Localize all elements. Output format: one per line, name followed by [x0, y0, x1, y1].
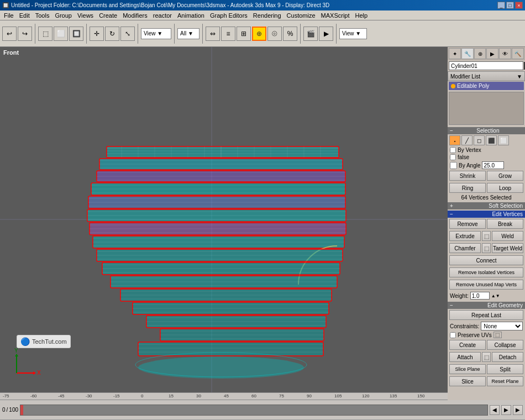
menu-tools[interactable]: Tools	[33, 12, 53, 19]
scale-button[interactable]: ⤡	[120, 27, 135, 41]
slice-plane-button[interactable]: Slice Plane	[449, 364, 486, 374]
menu-help[interactable]: Help	[353, 12, 371, 19]
split-button[interactable]: Split	[487, 364, 523, 374]
rotate-button[interactable]: ↻	[105, 27, 119, 41]
extrude-button[interactable]: Extrude	[449, 231, 481, 241]
remove-unused-button[interactable]: Remove Unused Map Verts	[449, 280, 523, 290]
menu-reactor[interactable]: reactor	[150, 12, 175, 19]
attach-detach-row: Attach ⬚ Detach	[448, 351, 525, 363]
menu-group[interactable]: Group	[52, 12, 75, 19]
snap-toggle-button[interactable]: ⊕	[252, 27, 266, 41]
view-shading-dropdown[interactable]: View ▼	[339, 28, 367, 39]
menu-create[interactable]: Create	[96, 12, 120, 19]
remove-button[interactable]: Remove	[449, 219, 486, 229]
break-button[interactable]: Break	[487, 219, 523, 229]
by-vertex-checkbox[interactable]	[450, 147, 456, 153]
slice-button[interactable]: Slice	[449, 376, 486, 386]
remove-isolated-button[interactable]: Remove Isolated Vertices	[449, 267, 523, 277]
object-name-input[interactable]	[449, 61, 523, 70]
menu-edit[interactable]: Edit	[17, 12, 33, 19]
ruler-mark-4: -15	[113, 393, 120, 398]
timeline-arrow-right[interactable]: ▶	[513, 405, 523, 415]
utilities-tab[interactable]: 🔨	[512, 48, 524, 59]
select-object-button[interactable]: 🔲	[69, 27, 83, 41]
timeline-play[interactable]: ▶	[501, 405, 511, 415]
edit-vertices-header[interactable]: − Edit Vertices	[448, 211, 525, 218]
menu-animation[interactable]: Animation	[175, 12, 207, 19]
vertex-mode-button[interactable]: ⬩	[449, 135, 460, 145]
menu-file[interactable]: File	[1, 12, 17, 19]
modifier-item-editable-poly[interactable]: Editable Poly	[449, 82, 524, 90]
attach-settings-button[interactable]: ⬚	[482, 352, 491, 362]
target-weld-button[interactable]: Target Weld	[492, 243, 523, 253]
menu-graph-editors[interactable]: Graph Editors	[207, 12, 250, 19]
align-button[interactable]: ≡	[221, 27, 235, 41]
angle-snap-button[interactable]: ⦾	[267, 27, 282, 41]
weight-spinner-up[interactable]: ▲▼	[491, 293, 500, 298]
menu-rendering[interactable]: Rendering	[250, 12, 284, 19]
chamfer-button[interactable]: Chamfer	[449, 243, 481, 253]
maximize-button[interactable]: □	[506, 2, 514, 9]
extrude-settings-button[interactable]: ⬚	[482, 231, 491, 241]
border-mode-button[interactable]: ◻	[474, 135, 485, 145]
reset-plane-button[interactable]: Reset Plane	[487, 376, 523, 386]
ring-button[interactable]: Ring	[449, 183, 486, 193]
menu-views[interactable]: Views	[75, 12, 96, 19]
preserve-uvs-settings[interactable]: ⬚	[494, 332, 502, 338]
ruler-mark-3: -30	[86, 393, 92, 398]
menu-customize[interactable]: Customize	[284, 12, 318, 19]
select-button[interactable]: ⬚	[38, 27, 53, 41]
motion-tab[interactable]: ▶	[486, 48, 498, 59]
display-tab[interactable]: 👁	[499, 48, 511, 59]
attach-button[interactable]: Attach	[449, 352, 481, 362]
chamfer-settings-button[interactable]: ⬚	[482, 243, 491, 253]
ruler-mark-9: 60	[251, 393, 256, 398]
weld-button[interactable]: Weld	[492, 231, 523, 241]
redo-button[interactable]: ↪	[18, 27, 32, 41]
angle-value-input[interactable]	[482, 161, 504, 169]
grow-button[interactable]: Grow	[487, 171, 523, 181]
create-button[interactable]: Create	[449, 340, 486, 350]
render-scene-button[interactable]: 🎬	[303, 27, 318, 41]
preserve-uvs-checkbox[interactable]	[450, 332, 456, 338]
shrink-button[interactable]: Shrink	[449, 171, 486, 181]
collapse-button[interactable]: Collapse	[487, 340, 523, 350]
svg-text:X: X	[37, 370, 41, 376]
mirror-button[interactable]: ⇔	[206, 27, 220, 41]
polygon-mode-button[interactable]: ⬛	[486, 135, 497, 145]
selection-section-header[interactable]: − Selection	[448, 127, 525, 134]
percent-snap-button[interactable]: %	[283, 27, 297, 41]
repeat-last-button[interactable]: Repeat Last	[449, 310, 523, 320]
all-dropdown[interactable]: All ▼	[177, 28, 200, 39]
menu-modifiers[interactable]: Modifiers	[120, 12, 150, 19]
minimize-button[interactable]: _	[497, 2, 505, 9]
close-button[interactable]: ×	[515, 2, 523, 9]
timeline-track[interactable]	[20, 405, 488, 416]
chamfer-target-row: Chamfer ⬚ Target Weld	[448, 242, 525, 254]
connect-button[interactable]: Connect	[449, 255, 523, 265]
edit-geometry-header[interactable]: − Edit Geometry	[448, 302, 525, 309]
modifier-list-button[interactable]: Modifier List ▼	[448, 71, 525, 81]
by-angle-checkbox[interactable]	[450, 162, 457, 169]
constraints-select[interactable]: None Edge Face Normal	[481, 322, 523, 330]
hierarchy-tab[interactable]: ⊕	[474, 48, 486, 59]
edge-mode-button[interactable]: ╱	[461, 135, 473, 145]
menu-maxscript[interactable]: MAXScript	[318, 12, 353, 19]
loop-button[interactable]: Loop	[487, 183, 523, 193]
undo-button[interactable]: ↩	[2, 27, 17, 41]
render-last-button[interactable]: ▶	[319, 27, 333, 41]
reference-coord-dropdown[interactable]: View ▼	[141, 28, 171, 39]
element-mode-button[interactable]: ⬜	[498, 135, 509, 145]
timeline-arrow-left[interactable]: ◀	[490, 405, 500, 415]
soft-selection-header[interactable]: + Soft Selection	[448, 202, 525, 209]
viewport[interactable]: Front	[0, 47, 448, 392]
select-move-button[interactable]: ✛	[90, 27, 104, 41]
create-tab[interactable]: ✦	[449, 48, 461, 59]
modifier-label: Editable Poly	[457, 83, 489, 89]
ignore-backfacing-checkbox[interactable]	[450, 154, 456, 160]
modify-tab[interactable]: 🔧	[461, 48, 474, 59]
select-region-button[interactable]: ⬜	[54, 27, 68, 41]
detach-button[interactable]: Detach	[492, 352, 523, 362]
array-button[interactable]: ⊞	[237, 27, 251, 41]
weight-input[interactable]	[470, 292, 490, 300]
